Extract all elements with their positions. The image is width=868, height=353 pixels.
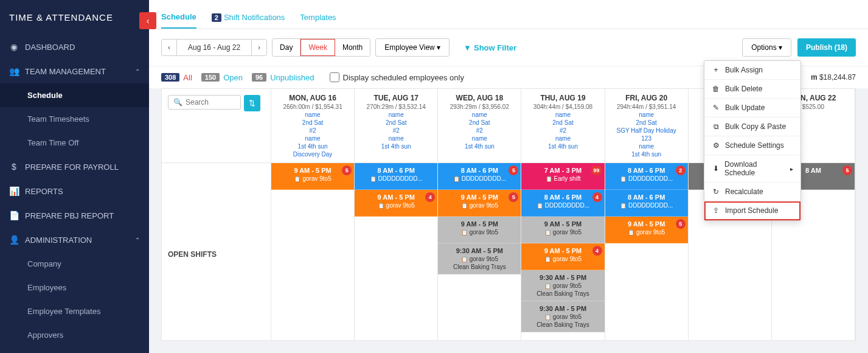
day-title: FRI, AUG 20 bbox=[608, 94, 686, 102]
publish-button[interactable]: Publish (18) bbox=[797, 38, 856, 57]
nav-icon: 📊 bbox=[9, 186, 19, 196]
shift-block[interactable]: 9:30 AM - 5 PM gorav 9to5Clean Baking Tr… bbox=[521, 270, 604, 301]
shift-block[interactable]: 9:30 AM - 5 PM gorav 9to5Clean Baking Tr… bbox=[438, 243, 521, 274]
prev-week-button[interactable]: ‹ bbox=[162, 40, 177, 55]
shift-time: 8 AM - 6 PM bbox=[610, 194, 683, 201]
shift-subtitle: gorav 9to5 bbox=[526, 256, 599, 262]
nav-sub-team-time-off[interactable]: Team Time Off bbox=[0, 131, 149, 155]
shift-block[interactable]: 9 AM - 5 PM gorav 9to5 bbox=[438, 217, 521, 243]
nav-sub-employees[interactable]: Employees bbox=[0, 276, 149, 299]
menu-icon: 🗑 bbox=[712, 85, 720, 93]
shift-block[interactable]: 9 AM - 5 PM gorav 9to54 bbox=[521, 243, 604, 270]
employee-view-dropdown[interactable]: Employee View ▾ bbox=[375, 38, 450, 57]
nav-sub-approvers[interactable]: Approvers bbox=[0, 323, 149, 347]
menu-bulk-delete[interactable]: 🗑Bulk Delete bbox=[704, 80, 800, 99]
options-button[interactable]: Options ▾ bbox=[742, 38, 791, 57]
scheduled-only-checkbox[interactable]: Display scheduled employees only bbox=[330, 72, 464, 82]
menu-icon: ✎ bbox=[712, 103, 720, 112]
menu-recalculate[interactable]: ↻Recalculate bbox=[704, 183, 800, 201]
shift-time: 9 AM - 5 PM bbox=[610, 220, 683, 228]
shift-subtitle: DDDDDDDDD... bbox=[359, 175, 432, 182]
shift-subtitle: gorav 9to5 bbox=[443, 202, 516, 209]
shift-subtitle: gorav 9to5 bbox=[276, 175, 349, 182]
shift-subtitle: Early shift bbox=[526, 175, 599, 182]
filter-open[interactable]: 150Open bbox=[201, 73, 243, 82]
shift-badge: 5 bbox=[676, 219, 686, 229]
shift-subtitle: gorav 9to5 bbox=[526, 282, 599, 289]
menu-import-schedule[interactable]: ⇪Import Schedule bbox=[704, 201, 800, 220]
nav-sub-schedule[interactable]: Schedule bbox=[0, 83, 149, 107]
menu-bulk-assign[interactable]: +Bulk Assign bbox=[704, 61, 800, 80]
shift-time: 9 AM - 5 PM bbox=[443, 220, 516, 228]
shift-time: 7 AM - 3 PM bbox=[526, 167, 599, 174]
date-range[interactable]: Aug 16 - Aug 22 bbox=[177, 40, 252, 55]
nav-item-prepare-pbj-report[interactable]: 📄PREPARE PBJ REPORT bbox=[0, 203, 149, 228]
shift-subtitle: DDDDDDDDD... bbox=[443, 175, 516, 182]
nav-sub-team-timesheets[interactable]: Team Timesheets bbox=[0, 107, 149, 131]
calendar-icon bbox=[461, 229, 468, 236]
next-week-button[interactable]: › bbox=[252, 40, 266, 55]
shift-block[interactable]: 9:30 AM - 5 PM gorav 9to5Clean Baking Tr… bbox=[521, 301, 604, 332]
filter-all[interactable]: 308All bbox=[161, 73, 192, 82]
calendar-icon bbox=[453, 175, 460, 182]
calendar-icon bbox=[620, 202, 627, 209]
shift-cell-mon: 9 AM - 5 PM gorav 9to55 bbox=[271, 163, 355, 341]
shift-block[interactable]: 8 AM - 6 PM DDDDDDDDD... bbox=[355, 163, 437, 190]
shift-block[interactable]: 9 AM - 5 PM gorav 9to54 bbox=[355, 190, 437, 217]
shift-block[interactable]: 7 AM - 3 PM Early shift99 bbox=[521, 163, 604, 190]
shift-block[interactable]: 9 AM - 5 PM gorav 9to55 bbox=[438, 190, 521, 217]
calendar-icon bbox=[536, 202, 543, 209]
shift-block[interactable]: 8 AM - 6 PM DDDDDDDDD... bbox=[605, 190, 688, 217]
day-header-2: WED, AUG 18293h:29m / $3,956.02name2nd S… bbox=[438, 89, 521, 163]
menu-icon: ⧉ bbox=[712, 122, 720, 131]
shift-subtitle: DDDDDDDDD... bbox=[610, 175, 683, 182]
nav-sub-employee-templates[interactable]: Employee Templates bbox=[0, 299, 149, 323]
calendar-icon bbox=[461, 256, 468, 262]
open-shifts-label: OPEN SHIFTS bbox=[162, 163, 271, 341]
menu-icon: + bbox=[712, 66, 720, 74]
shift-cell-fri: 8 AM - 6 PM DDDDDDDDD...28 AM - 6 PM DDD… bbox=[605, 163, 689, 341]
shift-time: 8 AM - 6 PM bbox=[359, 167, 432, 174]
menu-download-schedule[interactable]: ⬇Download Schedule▸ bbox=[704, 155, 800, 183]
filter-unpublished[interactable]: 96Unpublished bbox=[252, 73, 314, 82]
shift-block[interactable]: 8 AM - 6 PM DDDDDDDDD...5 bbox=[438, 163, 521, 190]
nav-item-prepare-for-payroll[interactable]: $PREPARE FOR PAYROLL bbox=[0, 155, 149, 179]
search-input[interactable] bbox=[186, 98, 235, 107]
shift-time: 9 AM - 5 PM bbox=[276, 167, 349, 174]
day-stats: 293h:29m / $3,956.02 bbox=[440, 103, 518, 110]
calendar-icon bbox=[461, 202, 468, 209]
tab-shift-notifications[interactable]: 2Shift Notifications bbox=[212, 7, 285, 28]
view-month-button[interactable]: Month bbox=[335, 39, 370, 56]
tab-schedule[interactable]: Schedule bbox=[161, 6, 196, 29]
shift-block[interactable]: 8 AM - 6 PM DDDDDDDDD...2 bbox=[605, 163, 688, 190]
sidebar-collapse-button[interactable]: ‹ bbox=[139, 12, 156, 29]
shift-subtitle: gorav 9to5 bbox=[526, 229, 599, 236]
menu-bulk-update[interactable]: ✎Bulk Update bbox=[704, 99, 800, 117]
nav-item-dashboard[interactable]: ◉DASHBOARD bbox=[0, 35, 149, 59]
view-week-button[interactable]: Week bbox=[300, 39, 335, 56]
shift-time: 9 AM - 5 PM bbox=[443, 194, 516, 201]
nav-sub-timesheet-settings[interactable]: Timesheet Settings bbox=[0, 347, 149, 353]
nav-sub-company[interactable]: Company bbox=[0, 252, 149, 276]
view-day-button[interactable]: Day bbox=[273, 39, 300, 56]
show-filter-toggle[interactable]: ▼ Show Filter bbox=[464, 43, 516, 52]
sort-button[interactable]: ⇅ bbox=[244, 95, 260, 111]
options-dropdown-menu: +Bulk Assign🗑Bulk Delete✎Bulk Update⧉Bul… bbox=[704, 60, 801, 221]
nav-item-administration[interactable]: 👤ADMINISTRATION⌃ bbox=[0, 228, 149, 252]
nav-item-reports[interactable]: 📊REPORTS bbox=[0, 179, 149, 203]
shift-block[interactable]: 9 AM - 5 PM gorav 9to55 bbox=[271, 163, 354, 190]
shift-block[interactable]: 9 AM - 5 PM gorav 9to55 bbox=[605, 217, 688, 243]
shift-extra: Clean Baking Trays bbox=[526, 321, 599, 328]
day-stats: 294h:44m / $3,951.14 bbox=[608, 103, 686, 110]
tab-templates[interactable]: Templates bbox=[300, 7, 336, 28]
menu-bulk-copy-&-paste[interactable]: ⧉Bulk Copy & Paste bbox=[704, 117, 800, 136]
shift-subtitle: gorav 9to5 bbox=[443, 256, 516, 262]
totals-display: m $18,244.87 bbox=[811, 73, 856, 82]
shift-cell-thu: 7 AM - 3 PM Early shift998 AM - 6 PM DDD… bbox=[521, 163, 605, 341]
menu-schedule-settings[interactable]: ⚙Schedule Settings bbox=[704, 136, 800, 155]
shift-block[interactable]: 9 AM - 5 PM gorav 9to5 bbox=[521, 217, 604, 243]
nav-item-team-management[interactable]: 👥TEAM MANAGEMENT⌃ bbox=[0, 59, 149, 83]
shift-subtitle: DDDDDDDDD... bbox=[526, 202, 599, 209]
shift-block[interactable]: 8 AM - 6 PM DDDDDDDDD...4 bbox=[521, 190, 604, 217]
search-box[interactable]: 🔍 bbox=[168, 95, 241, 110]
